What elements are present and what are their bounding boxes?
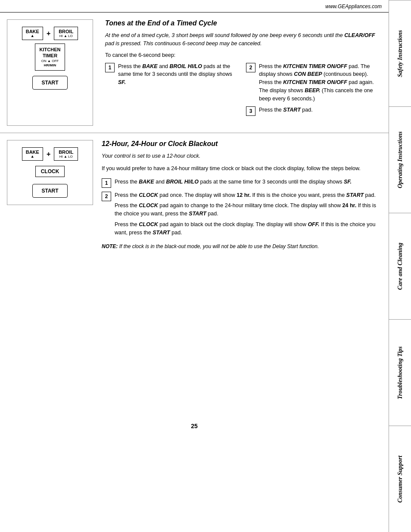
bake-button-diagram: BAKE ▲ xyxy=(22,27,43,40)
start-button-diagram-bottom: START xyxy=(32,184,67,198)
note-text: NOTE: If the clock is in the black-out m… xyxy=(102,243,378,250)
broil-button-diagram-top: BROIL HI ▲ LO xyxy=(54,27,78,40)
kitchen-timer-button-diagram: KITCHENTIMER ON ▲ OFF HR/MIN xyxy=(35,44,65,71)
header: www.GEAppliances.com xyxy=(0,0,389,12)
sidebar-tab-troubleshooting[interactable]: Troubleshooting Tips xyxy=(389,319,411,426)
broil-button-diagram-bottom: BROIL HI ▲ LO xyxy=(54,147,78,161)
top-section-intro: At the end of a timed cycle, 3 short bee… xyxy=(105,31,378,48)
top-content-area: Tones at the End of a Timed Cycle At the… xyxy=(102,19,382,126)
step-3-num: 3 xyxy=(246,106,255,116)
start-button-diagram-top: START xyxy=(32,76,67,90)
bake-button-diagram-bottom: BAKE ▲ xyxy=(22,147,43,161)
broil-label-bottom: BROIL xyxy=(59,149,73,155)
sidebar-tab-safety[interactable]: Safety Instructions xyxy=(389,0,411,106)
bottom-content-area: 12-Hour, 24-Hour or Clock Blackout Your … xyxy=(102,140,382,428)
sidebar: Safety Instructions Operating Instructio… xyxy=(389,0,411,532)
top-section-title: Tones at the End of a Timed Cycle xyxy=(105,19,378,27)
bake-arrow: ▲ xyxy=(31,34,34,38)
website-url: www.GEAppliances.com xyxy=(325,3,382,9)
clock-step-2a: Press the CLOCK pad once. The display wi… xyxy=(115,191,378,199)
steps-two-col: 1 Press the BAKE and BROIL HI/LO pads at… xyxy=(105,62,378,120)
sidebar-tab-operating[interactable]: Operating Instructions xyxy=(389,106,411,213)
step-2-num: 2 xyxy=(246,63,255,72)
step-1-num: 1 xyxy=(105,63,115,72)
bottom-section-title: 12-Hour, 24-Hour or Clock Blackout xyxy=(102,140,378,148)
plus-sign-bottom: + xyxy=(47,150,50,158)
kitchen-timer-label: KITCHENTIMER xyxy=(40,47,61,59)
bottom-step-2-num: 2 xyxy=(102,192,111,201)
steps-left-col: 1 Press the BAKE and BROIL HI/LO pads at… xyxy=(105,62,237,120)
sidebar-tab-consumer[interactable]: Consumer Support xyxy=(389,426,411,532)
clock-button-diagram: CLOCK xyxy=(35,166,65,177)
bottom-bake-broil-row: BAKE ▲ + BROIL HI ▲ LO xyxy=(22,147,78,161)
main-content: www.GEAppliances.com BAKE ▲ + BROIL HI ▲… xyxy=(0,0,389,435)
bottom-control-diagram: BAKE ▲ + BROIL HI ▲ LO CLOCK START xyxy=(7,140,93,205)
clock-step-2b: Press the CLOCK pad again to change to t… xyxy=(115,202,378,218)
step-1-row: 1 Press the BAKE and BROIL HI/LO pads at… xyxy=(105,62,237,87)
step-2-content: Press the KITCHEN TIMER ON/OFF pad. The … xyxy=(259,62,378,103)
sidebar-tab-care[interactable]: Care and Cleaning xyxy=(389,213,411,319)
top-control-diagram: BAKE ▲ + BROIL HI ▲ LO KITCHENTIMER ON ▲… xyxy=(7,19,93,126)
top-bake-broil-row: BAKE ▲ + BROIL HI ▲ LO xyxy=(22,27,78,40)
hr-min-label: HR/MIN xyxy=(40,63,61,68)
broil-hilo-top: HI ▲ LO xyxy=(59,34,73,38)
bottom-step-1-num: 1 xyxy=(102,178,111,188)
bottom-intro: Your control is set to use a 12-hour clo… xyxy=(102,152,378,160)
bottom-step-2-row: 2 Press the CLOCK pad once. The display … xyxy=(102,191,378,240)
step-2-row: 2 Press the KITCHEN TIMER ON/OFF pad. Th… xyxy=(246,62,378,103)
broil-hilo-bottom: HI ▲ LO xyxy=(59,155,73,159)
bottom-section: BAKE ▲ + BROIL HI ▲ LO CLOCK START 12-Ho… xyxy=(0,133,389,435)
kitchen-timer-sub: ON ▲ OFF xyxy=(40,59,61,63)
broil-label-top: BROIL xyxy=(59,29,73,34)
bottom-step-1-content: Press the BAKE and BROIL HI/LO pads at t… xyxy=(115,178,378,188)
step-3-content: Press the START pad. xyxy=(259,106,378,116)
steps-right-col: 2 Press the KITCHEN TIMER ON/OFF pad. Th… xyxy=(246,62,378,120)
bottom-step-1-row: 1 Press the BAKE and BROIL HI/LO pads at… xyxy=(102,178,378,188)
bottom-body1: If you would prefer to have a 24-hour mi… xyxy=(102,165,378,173)
page-number: 25 xyxy=(191,423,198,429)
bottom-step-2-content: Press the CLOCK pad once. The display wi… xyxy=(115,191,378,240)
cancel-label: To cancel the 6-second beep: xyxy=(105,52,378,58)
clock-step-2c: Press the CLOCK pad again to black out t… xyxy=(115,221,378,237)
step-3-row: 3 Press the START pad. xyxy=(246,106,378,116)
step-1-content: Press the BAKE and BROIL HI/LO pads at t… xyxy=(118,62,237,87)
bake-arrow-bottom: ▲ xyxy=(31,155,34,159)
plus-sign-top: + xyxy=(47,30,50,37)
top-section: BAKE ▲ + BROIL HI ▲ LO KITCHENTIMER ON ▲… xyxy=(0,12,389,133)
